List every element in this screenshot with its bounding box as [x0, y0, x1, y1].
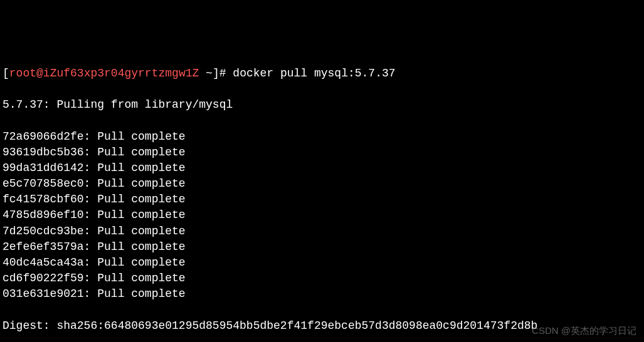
prompt-line-1[interactable]: [root@iZuf63xp3r04gyrrtzmgw1Z ~]# docker…	[3, 66, 641, 81]
layer-line: fc41578cbf60: Pull complete	[3, 192, 641, 207]
prompt-user: root	[9, 67, 36, 80]
layer-line: 40dc4a5ca43a: Pull complete	[3, 255, 641, 271]
layer-line: 99da31dd6142: Pull complete	[3, 160, 641, 176]
layer-line: 93619dbc5b36: Pull complete	[3, 145, 641, 160]
watermark-text: CSDN @英杰的学习日记	[532, 324, 636, 337]
layer-line: cd6f90222f59: Pull complete	[3, 271, 641, 286]
prompt-host: iZuf63xp3r04gyrrtzmgw1Z	[43, 67, 199, 80]
command-text: docker pull mysql:5.7.37	[233, 67, 395, 80]
layer-line: 72a69066d2fe: Pull complete	[3, 129, 641, 145]
layer-line: 4785d896ef10: Pull complete	[3, 207, 641, 223]
pull-from-line: 5.7.37: Pulling from library/mysql	[3, 97, 641, 113]
layer-line: 031e631e9021: Pull complete	[3, 286, 641, 302]
layer-line: e5c707858ec0: Pull complete	[3, 176, 641, 192]
prompt-path: ~	[206, 67, 213, 80]
layer-line: 2efe6ef3579a: Pull complete	[3, 239, 641, 255]
layer-line: 7d250cdc93be: Pull complete	[3, 224, 641, 239]
